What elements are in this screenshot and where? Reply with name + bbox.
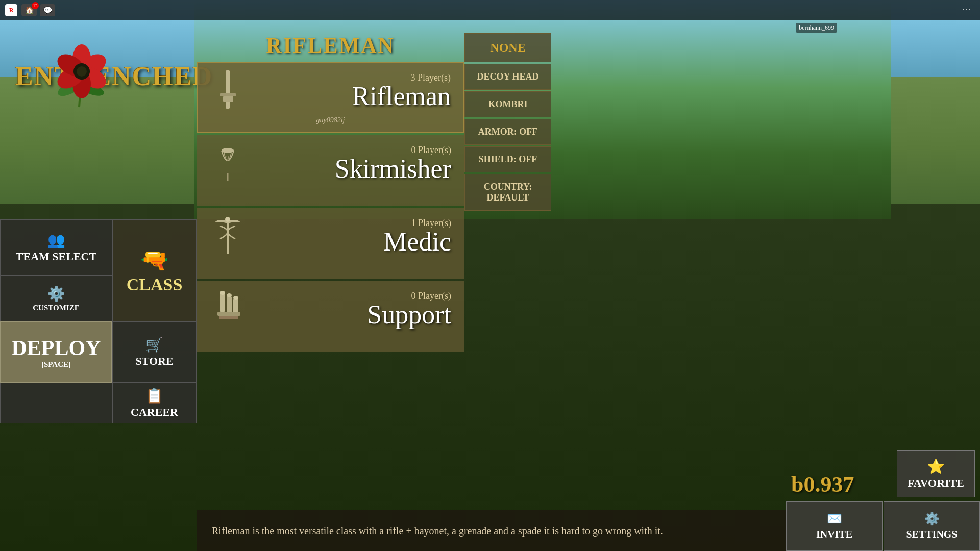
settings-button[interactable]: ⚙️ SETTINGS — [884, 501, 980, 551]
class-card-support[interactable]: 0 Player(s) Support — [197, 281, 464, 352]
team-select-button[interactable]: 👥 TEAM SELECT — [0, 219, 112, 276]
support-icon — [205, 286, 251, 332]
skirmisher-info: 0 Player(s) Skirmisher — [251, 145, 456, 182]
svg-rect-18 — [220, 294, 225, 312]
deploy-button[interactable]: DEPLOY [SPACE] — [0, 321, 112, 383]
support-info: 0 Player(s) Support — [251, 291, 456, 328]
favorite-button[interactable]: ⭐ FAVORITE — [897, 450, 975, 497]
bottom-buttons: ✉️ INVITE ⚙️ SETTINGS — [786, 501, 980, 551]
flower-decoration — [41, 31, 122, 112]
svg-point-23 — [233, 296, 238, 300]
svg-point-17 — [225, 217, 230, 222]
medic-name: Medic — [251, 229, 451, 255]
settings-label: SETTINGS — [906, 529, 957, 540]
class-card-skirmisher[interactable]: 0 Player(s) Skirmisher — [197, 135, 464, 206]
bottom-right: b0.937 ⭐ FAVORITE ✉️ INVITE ⚙️ SETTINGS — [786, 448, 980, 551]
svg-point-21 — [227, 293, 232, 297]
settings-icon: ⚙️ — [924, 512, 940, 526]
svg-point-14 — [222, 148, 234, 153]
career-label: CAREER — [131, 406, 178, 419]
description-area: Rifleman is the most versatile class wit… — [197, 510, 786, 551]
rifleman-icon — [205, 68, 251, 114]
description-text: Rifleman is the most versatile class wit… — [212, 523, 663, 538]
empty-bottom — [0, 383, 112, 423]
svg-rect-24 — [217, 312, 240, 316]
class-button[interactable]: 🔫 CLASS — [112, 219, 197, 321]
svg-rect-20 — [227, 296, 232, 314]
invite-icon: ✉️ — [827, 512, 842, 526]
customize-button[interactable]: ⚙️ CUSTOMIZE — [0, 276, 112, 321]
class-panel: RIFLEMAN 3 Player(s) Rifleman guy0982ij — [197, 33, 464, 354]
roblox-topbar: R 🏠 13 💬 ··· — [0, 0, 980, 20]
armor-option[interactable]: ARMOR: OFF — [464, 119, 551, 145]
more-options[interactable]: ··· — [963, 6, 972, 15]
chat-badge[interactable]: 💬 — [40, 4, 55, 16]
class-panel-title: RIFLEMAN — [197, 33, 464, 58]
roblox-logo[interactable]: R — [5, 4, 17, 16]
store-button[interactable]: 🛒 STORE — [112, 321, 197, 383]
store-icon: 🛒 — [145, 336, 163, 353]
svg-rect-12 — [220, 93, 236, 96]
svg-rect-13 — [223, 96, 233, 102]
notification-count: 13 — [32, 2, 39, 9]
country-option[interactable]: COUNTRY: DEFAULT — [464, 174, 551, 211]
support-name: Support — [251, 302, 451, 328]
class-label: CLASS — [127, 275, 183, 294]
favorite-icon: ⭐ — [927, 458, 945, 475]
team-icon: 👥 — [47, 232, 65, 248]
decoy-head-option[interactable]: DECOY HEAD — [464, 64, 551, 90]
class-card-rifleman[interactable]: 3 Player(s) Rifleman guy0982ij — [197, 62, 464, 133]
rifleman-username: guy0982ij — [198, 116, 463, 129]
shield-option[interactable]: SHIELD: OFF — [464, 146, 551, 172]
career-icon: 📋 — [145, 387, 163, 404]
medic-icon — [205, 213, 251, 259]
invite-button[interactable]: ✉️ INVITE — [786, 501, 883, 551]
customize-icon: ⚙️ — [47, 285, 65, 302]
svg-rect-11 — [226, 70, 230, 109]
class-card-medic[interactable]: 1 Player(s) Medic — [197, 208, 464, 279]
svg-point-10 — [77, 66, 87, 77]
invite-label: INVITE — [816, 529, 852, 540]
career-button[interactable]: 📋 CAREER — [112, 383, 197, 423]
svg-rect-25 — [219, 316, 238, 319]
class-icon: 🔫 — [140, 247, 168, 273]
kombri-option[interactable]: KOMBRI — [464, 91, 551, 117]
deploy-key: [SPACE] — [41, 360, 71, 369]
player-name: bernhann_699 — [796, 23, 837, 33]
favorite-label: FAVORITE — [908, 477, 964, 490]
right-panel: NONE DECOY HEAD KOMBRI ARMOR: OFF SHIELD… — [464, 33, 551, 211]
currency-display: b0.937 — [791, 471, 859, 497]
deploy-label: DEPLOY — [11, 336, 101, 360]
rifleman-name: Rifleman — [251, 83, 451, 110]
team-select-label: TEAM SELECT — [16, 250, 96, 263]
medic-info: 1 Player(s) Medic — [251, 218, 456, 255]
customize-label: CUSTOMIZE — [33, 304, 79, 312]
skirmisher-icon — [205, 140, 251, 186]
svg-point-19 — [220, 291, 225, 295]
notification-badge[interactable]: 🏠 13 — [21, 4, 37, 16]
rifleman-info: 3 Player(s) Rifleman — [251, 72, 456, 110]
store-label: STORE — [135, 355, 173, 368]
none-option[interactable]: NONE — [464, 33, 551, 62]
left-nav: 👥 TEAM SELECT ⚙️ CUSTOMIZE DEPLOY [SPACE… — [0, 219, 197, 423]
skirmisher-name: Skirmisher — [251, 156, 451, 182]
